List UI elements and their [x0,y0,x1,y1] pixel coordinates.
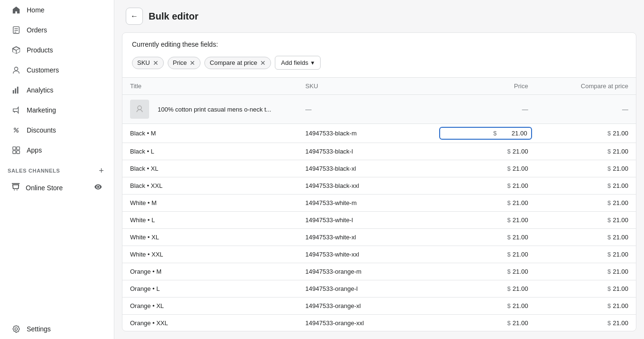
price-cell[interactable]: $ 21.00 [435,263,535,280]
variant-sku-cell[interactable]: 14947533-black-xl [298,160,435,177]
compare-cell[interactable]: $ 21.00 [536,160,636,177]
svg-rect-14 [13,151,16,154]
svg-rect-7 [17,87,19,93]
svg-point-17 [17,189,18,190]
variant-title-cell: White • XL [122,229,298,246]
sidebar-item-analytics-label: Analytics [27,86,53,94]
currency-symbol: $ [607,268,611,275]
price-value: 21.00 [513,165,528,172]
price-value: 21.00 [513,234,528,241]
currency-symbol: $ [607,165,611,172]
table-row: Orange • M 14947533-orange-m $ 21.00 $ 2… [122,263,636,280]
col-price: Price [435,78,535,95]
price-cell[interactable]: $ 21.00 [435,298,535,315]
variant-sku-cell[interactable]: 14947533-black-xxl [298,177,435,195]
compare-cell[interactable]: $ 21.00 [536,315,636,331]
currency-symbol: $ [507,234,511,241]
currency-symbol: $ [507,285,511,292]
variant-sku-cell[interactable]: 14947533-orange-l [298,280,435,298]
price-cell[interactable]: $ 21.00 [435,246,535,263]
product-price-cell: — [435,95,535,124]
settings-label: Settings [27,325,51,333]
variant-sku-cell[interactable]: 14947533-white-xxl [298,246,435,263]
product-header-row: 100% cotton print casual mens o-neck t..… [122,95,636,124]
currency-symbol: $ [607,199,611,206]
variant-sku-cell[interactable]: 14947533-black-l [298,143,435,160]
currency-symbol: $ [507,319,511,327]
currency-symbol: $ [607,234,611,241]
add-fields-button[interactable]: Add fields ▾ [275,56,321,70]
price-cell[interactable]: $ 21.00 [435,212,535,229]
variant-sku-cell[interactable]: 14947533-white-xl [298,229,435,246]
sku-tag-label: SKU [137,59,150,66]
svg-rect-13 [17,147,20,150]
variant-sku-cell[interactable]: 14947533-orange-xl [298,298,435,315]
compare-value: 21.00 [613,182,628,189]
price-cell[interactable]: $ 21.00 [435,229,535,246]
compare-value: 21.00 [613,165,628,172]
variant-title-cell: White • M [122,195,298,212]
compare-remove-button[interactable]: ✕ [260,59,266,67]
compare-cell[interactable]: $ 21.00 [536,246,636,263]
price-cell[interactable]: $ 21.00 [435,280,535,298]
table-row: Black • M 14947533-black-m $ $ 21.00 [122,124,636,143]
price-value: 21.00 [513,199,528,206]
compare-value: 21.00 [613,268,628,275]
sidebar-item-orders[interactable]: Orders [4,21,110,40]
variant-sku-cell[interactable]: 14947533-white-m [298,195,435,212]
sidebar-item-home[interactable]: Home [4,0,110,20]
compare-value: 21.00 [613,216,628,224]
table-row: Black • XXL 14947533-black-xxl $ 21.00 $… [122,177,636,195]
svg-rect-5 [13,90,14,93]
variant-sku-cell[interactable]: 14947533-white-l [298,212,435,229]
sidebar-item-customers-label: Customers [27,66,59,74]
price-remove-button[interactable]: ✕ [190,59,195,67]
compare-value: 21.00 [613,130,628,137]
fields-bar: Currently editing these fields: SKU ✕ Pr… [122,33,636,78]
compare-value: 21.00 [613,285,628,292]
price-cell[interactable]: $ 21.00 [435,195,535,212]
sidebar-item-settings[interactable]: Settings [4,319,110,339]
compare-cell[interactable]: $ 21.00 [536,143,636,160]
compare-cell[interactable]: $ 21.00 [536,229,636,246]
page-header: ← Bulk editor [114,0,644,32]
sidebar-item-marketing[interactable]: Marketing [4,101,110,120]
price-cell[interactable]: $ 21.00 [435,177,535,195]
variant-sku-cell[interactable]: 14947533-orange-m [298,263,435,280]
sidebar-item-online-store[interactable]: Online Store [4,178,110,197]
svg-rect-12 [13,147,16,150]
variant-sku-cell[interactable]: 14947533-orange-xxl [298,315,435,331]
col-title: Title [122,78,298,95]
currency-symbol: $ [607,251,611,258]
compare-cell[interactable]: $ 21.00 [536,263,636,280]
bulk-editor-table-wrapper[interactable]: Title SKU Price Compare at price 100% co… [122,78,636,331]
variant-sku-cell[interactable]: 14947533-black-m [298,124,435,143]
back-button[interactable]: ← [126,8,143,25]
price-input-cell[interactable]: $ [435,124,535,143]
svg-point-10 [17,131,19,133]
variant-title-cell: White • L [122,212,298,229]
sidebar-item-analytics[interactable]: Analytics [4,81,110,100]
sku-remove-button[interactable]: ✕ [153,59,159,67]
price-cell[interactable]: $ 21.00 [435,160,535,177]
compare-cell[interactable]: $ 21.00 [536,195,636,212]
compare-cell[interactable]: $ 21.00 [536,212,636,229]
price-cell[interactable]: $ 21.00 [435,315,535,331]
sidebar-item-products[interactable]: Products [4,41,110,60]
col-compare: Compare at price [536,78,636,95]
online-store-eye-icon [94,183,102,193]
compare-cell[interactable]: $ 21.00 [536,124,636,143]
price-input[interactable] [499,130,527,137]
price-cell[interactable]: $ 21.00 [435,143,535,160]
compare-cell[interactable]: $ 21.00 [536,280,636,298]
page-title: Bulk editor [149,11,198,22]
sidebar-item-customers[interactable]: Customers [4,61,110,80]
variant-title-cell: White • XXL [122,246,298,263]
add-sales-channel-button[interactable]: + [97,166,106,175]
compare-cell[interactable]: $ 21.00 [536,177,636,195]
compare-cell[interactable]: $ 21.00 [536,298,636,315]
sidebar-item-apps[interactable]: Apps [4,141,110,160]
currency-symbol: $ [493,130,496,137]
currency-symbol: $ [607,148,611,155]
sidebar-item-discounts[interactable]: Discounts [4,121,110,140]
